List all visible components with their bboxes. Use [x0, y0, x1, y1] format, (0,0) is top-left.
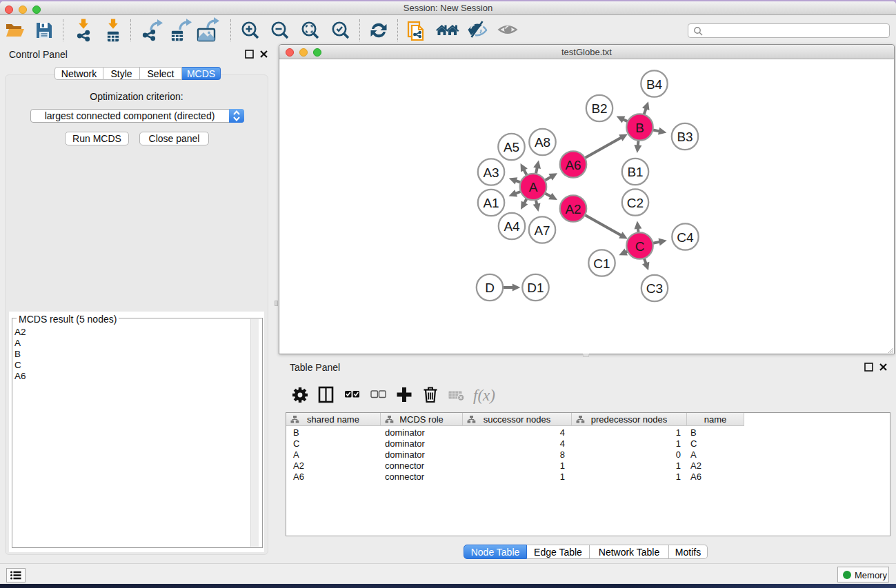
svg-text:A4: A4	[504, 219, 520, 234]
svg-text:D1: D1	[527, 281, 544, 295]
svg-text:C4: C4	[677, 230, 694, 245]
svg-text:f(x): f(x)	[473, 387, 495, 404]
svg-text:B3: B3	[677, 130, 693, 144]
svg-text:D: D	[485, 281, 495, 295]
svg-text:C2: C2	[627, 196, 644, 210]
svg-text:C1: C1	[593, 256, 610, 271]
svg-text:A2: A2	[565, 202, 581, 216]
svg-text:B4: B4	[646, 77, 663, 92]
svg-text:A3: A3	[483, 165, 499, 180]
svg-text:C: C	[635, 239, 645, 254]
svg-text:B2: B2	[591, 101, 607, 116]
svg-text:A5: A5	[504, 140, 519, 154]
svg-text:B1: B1	[627, 165, 643, 179]
svg-text:A8: A8	[535, 135, 550, 150]
svg-text:C3: C3	[646, 281, 663, 296]
svg-text:A: A	[529, 180, 538, 194]
svg-text:A1: A1	[483, 196, 499, 210]
svg-text:A6: A6	[565, 158, 581, 172]
svg-text:B: B	[635, 121, 644, 135]
svg-text:A7: A7	[534, 223, 550, 238]
